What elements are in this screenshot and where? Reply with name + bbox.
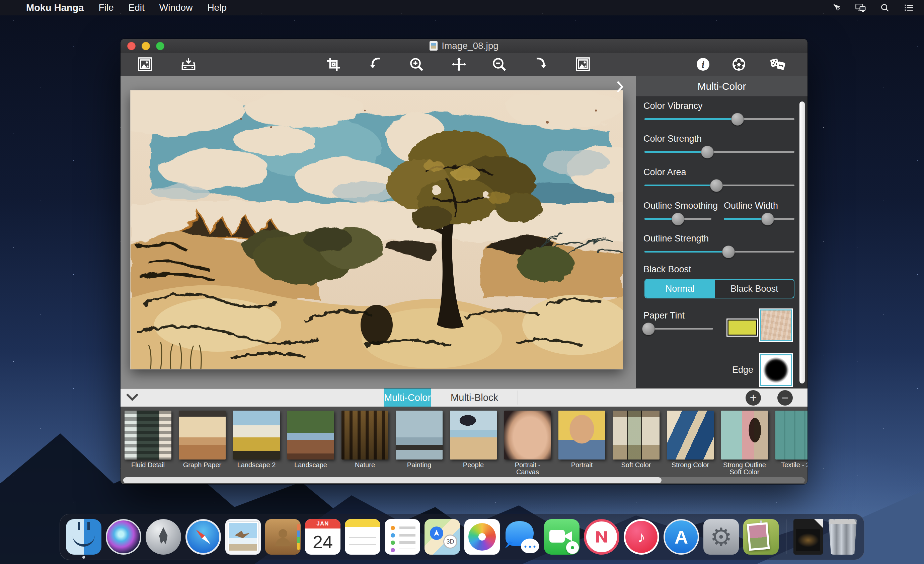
outline-smoothing-slider[interactable] [645, 218, 711, 220]
canvas-area [120, 76, 636, 388]
displays-icon[interactable] [855, 2, 866, 14]
dock-photos-icon[interactable] [464, 519, 500, 555]
color-area-slider[interactable] [645, 185, 795, 186]
preset-strong-outline-soft-color[interactable]: Strong Outline Soft Color [721, 411, 768, 475]
strip-scrollbar-thumb[interactable] [123, 477, 662, 483]
dock-finder-icon[interactable] [66, 519, 102, 555]
zoom-out-icon[interactable] [490, 56, 508, 73]
preset-portrait-canvas[interactable]: Portrait - Canvas [504, 411, 551, 475]
preset-portrait[interactable]: Portrait [558, 411, 605, 469]
slider-thumb[interactable] [731, 113, 744, 126]
preset-thumbnail[interactable] [287, 411, 334, 460]
outline-strength-slider[interactable] [645, 251, 795, 253]
menu-window[interactable]: Window [159, 2, 193, 13]
slider-thumb[interactable] [722, 245, 735, 258]
randomize-icon[interactable] [768, 56, 787, 73]
menu-edit[interactable]: Edit [129, 2, 145, 13]
zoom-in-icon[interactable] [407, 56, 426, 73]
add-preset-button[interactable]: + [746, 390, 761, 406]
preset-thumbnail[interactable] [233, 411, 280, 460]
dock-siri-icon[interactable] [106, 519, 141, 555]
tab-multi-color[interactable]: Multi-Color [384, 388, 431, 407]
slider-thumb[interactable] [710, 179, 723, 192]
menu-file[interactable]: File [98, 2, 114, 13]
preset-people[interactable]: People [450, 411, 497, 469]
dock-launchpad-icon[interactable] [146, 519, 181, 555]
dock-mail-icon[interactable] [225, 519, 261, 555]
strip-scrollbar-track[interactable] [123, 477, 805, 483]
dock-calendar-icon[interactable]: JAN 24 [305, 519, 340, 555]
dock-news-icon[interactable] [584, 519, 620, 555]
slider-thumb[interactable] [672, 213, 684, 226]
panel-expand-chevron-icon[interactable] [615, 81, 626, 93]
preset-fluid-detail[interactable]: Fluid Detail [124, 411, 171, 469]
outline-width-slider[interactable] [724, 218, 795, 220]
app-window: Image_08.jpg i [120, 39, 807, 484]
menu-app-name[interactable]: Moku Hanga [26, 2, 84, 14]
preset-thumbnail[interactable] [721, 411, 768, 460]
preset-thumbnail[interactable] [450, 411, 497, 460]
screen-mirroring-icon[interactable] [831, 2, 842, 14]
preset-landscape[interactable]: Landscape [287, 411, 334, 469]
remove-preset-button[interactable]: − [777, 390, 793, 406]
spotlight-icon[interactable] [879, 2, 891, 14]
preset-thumbnail[interactable] [558, 411, 605, 460]
preview-icon[interactable] [573, 56, 592, 73]
dock-app-store-icon[interactable]: A [663, 519, 699, 555]
slider-thumb[interactable] [642, 322, 655, 335]
color-vibrancy-slider[interactable] [645, 118, 795, 120]
preset-landscape-2[interactable]: Landscape 2 [233, 411, 280, 469]
slider-thumb[interactable] [701, 146, 714, 158]
title-bar[interactable]: Image_08.jpg [120, 39, 807, 53]
dock-trash-icon[interactable] [827, 519, 858, 555]
crop-icon[interactable] [324, 56, 343, 73]
list-icon[interactable] [903, 2, 915, 14]
save-icon[interactable] [179, 56, 198, 73]
preset-graph-paper[interactable]: Graph Paper [179, 411, 226, 469]
dock-notes-icon[interactable] [345, 519, 380, 555]
panel-scrollbar[interactable] [800, 101, 805, 384]
preset-textile-2-color[interactable]: Textile - 2 C [776, 411, 807, 469]
preset-painting[interactable]: Painting [396, 411, 442, 469]
preset-thumbnail[interactable] [179, 411, 226, 460]
dock-facetime-icon[interactable] [544, 519, 579, 555]
black-boost-option-normal[interactable]: Normal [645, 280, 715, 298]
collapse-strip-chevron-icon[interactable] [126, 393, 139, 402]
preset-strong-color[interactable]: Strong Color [667, 411, 714, 469]
preset-thumbnail[interactable] [667, 411, 714, 460]
redo-icon[interactable] [532, 56, 550, 73]
preset-thumbnail[interactable] [124, 411, 171, 460]
preset-thumbnail[interactable] [776, 411, 807, 460]
paper-tint-color-swatch[interactable] [726, 319, 758, 337]
preset-thumbnail[interactable] [342, 411, 388, 460]
dock-messages-icon[interactable] [504, 519, 540, 555]
paper-texture-swatch[interactable] [759, 308, 793, 342]
dock-reminders-icon[interactable] [385, 519, 420, 555]
preset-thumbnail[interactable] [396, 411, 442, 460]
edge-style-swatch[interactable] [759, 353, 793, 387]
image-browser-icon[interactable] [136, 56, 154, 73]
dock-itunes-icon[interactable]: ♪ [624, 519, 659, 555]
styles-icon[interactable] [729, 56, 748, 73]
canvas-image[interactable] [130, 90, 623, 369]
dock-document-icon[interactable] [794, 519, 823, 555]
preset-nature[interactable]: Nature [342, 411, 388, 469]
menu-help[interactable]: Help [207, 2, 226, 13]
preset-thumbnail[interactable] [613, 411, 660, 460]
undo-icon[interactable] [366, 56, 385, 73]
dock-moku-hanga-icon[interactable] [743, 519, 779, 555]
slider-thumb[interactable] [761, 213, 774, 226]
info-icon[interactable]: i [694, 56, 712, 73]
dock-contacts-icon[interactable] [265, 519, 301, 555]
preset-thumbnail[interactable] [504, 411, 551, 460]
dock-safari-icon[interactable] [186, 519, 221, 555]
color-strength-slider[interactable] [645, 151, 795, 153]
preset-soft-color[interactable]: Soft Color [613, 411, 660, 469]
tab-multi-block[interactable]: Multi-Block [431, 388, 518, 407]
window-title-text: Image_08.jpg [442, 41, 498, 51]
black-boost-option-boost[interactable]: Black Boost [715, 280, 794, 298]
move-icon[interactable] [450, 56, 468, 73]
dock-system-preferences-icon[interactable]: ⚙ [704, 519, 739, 555]
paper-tint-slider[interactable] [645, 328, 713, 329]
dock-maps-icon[interactable] [424, 519, 460, 555]
